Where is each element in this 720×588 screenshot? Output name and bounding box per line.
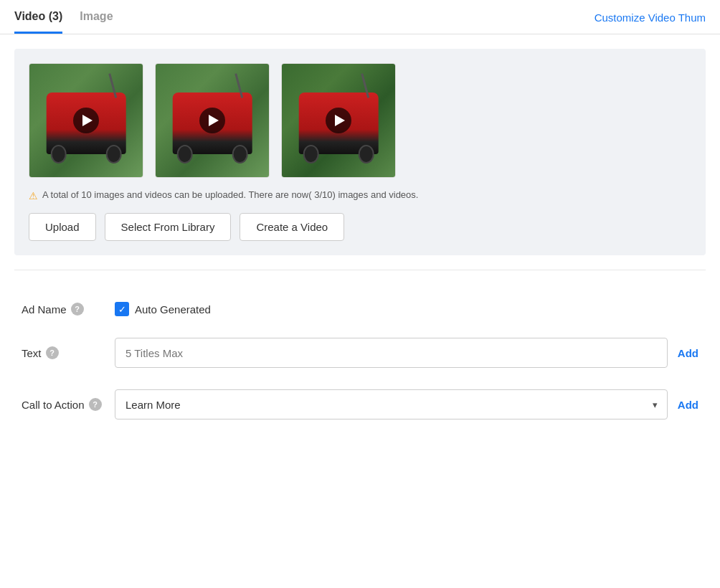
text-add-link[interactable]: Add	[678, 347, 698, 359]
tab-image[interactable]: Image	[80, 10, 113, 34]
play-button-2[interactable]	[199, 108, 225, 133]
cta-select-wrapper: Learn More Shop Now Sign Up Subscribe Ge…	[115, 389, 668, 419]
play-button-1[interactable]	[73, 108, 99, 133]
text-row: Text ? Add	[22, 338, 698, 368]
ad-name-control: ✓ Auto Generated	[115, 302, 698, 316]
video-thumbnails	[29, 63, 691, 178]
text-label: Text ?	[22, 346, 115, 359]
video-thumb-1[interactable]	[29, 63, 143, 178]
ad-name-help-icon[interactable]: ?	[71, 303, 84, 316]
media-note-text: A total of 10 images and videos can be u…	[42, 189, 418, 200]
play-icon-3	[335, 115, 345, 126]
cta-label: Call to Action ?	[22, 398, 115, 411]
cta-row: Call to Action ? Learn More Shop Now Sig…	[22, 389, 698, 419]
cta-select[interactable]: Learn More Shop Now Sign Up Subscribe Ge…	[115, 389, 668, 419]
cta-control: Learn More Shop Now Sign Up Subscribe Ge…	[115, 389, 698, 419]
create-video-button[interactable]: Create a Video	[240, 213, 344, 241]
info-icon: ⚠	[29, 190, 38, 201]
text-input[interactable]	[115, 338, 668, 368]
form-section: Ad Name ? ✓ Auto Generated Text ? Add Ca…	[0, 288, 720, 455]
cta-help-icon[interactable]: ?	[89, 398, 102, 411]
media-section: ⚠ A total of 10 images and videos can be…	[14, 49, 706, 255]
play-icon-1	[82, 115, 93, 126]
media-note: ⚠ A total of 10 images and videos can be…	[29, 189, 691, 201]
ad-name-label: Ad Name ?	[22, 303, 115, 316]
auto-generated-checkbox[interactable]: ✓	[115, 302, 129, 316]
auto-generated-label-text: Auto Generated	[135, 303, 211, 316]
play-icon-2	[209, 115, 219, 126]
tab-video[interactable]: Video (3)	[14, 10, 62, 34]
checkmark-icon: ✓	[118, 305, 126, 314]
play-button-3[interactable]	[326, 108, 351, 133]
section-divider	[14, 270, 706, 270]
upload-button[interactable]: Upload	[29, 213, 96, 241]
ad-name-row: Ad Name ? ✓ Auto Generated	[22, 302, 698, 316]
media-buttons: Upload Select From Library Create a Vide…	[29, 213, 691, 241]
tabs-bar: Video (3) Image Customize Video Thum	[0, 0, 720, 34]
cta-add-link[interactable]: Add	[678, 399, 698, 411]
tabs-left: Video (3) Image	[14, 10, 113, 34]
text-control: Add	[115, 338, 698, 368]
auto-generated-checkbox-label[interactable]: ✓ Auto Generated	[115, 302, 211, 316]
video-thumb-3[interactable]	[281, 63, 396, 178]
video-thumb-2[interactable]	[155, 63, 270, 178]
text-help-icon[interactable]: ?	[46, 346, 59, 359]
select-from-library-button[interactable]: Select From Library	[105, 213, 232, 241]
customize-video-link[interactable]: Customize Video Thum	[595, 11, 706, 32]
